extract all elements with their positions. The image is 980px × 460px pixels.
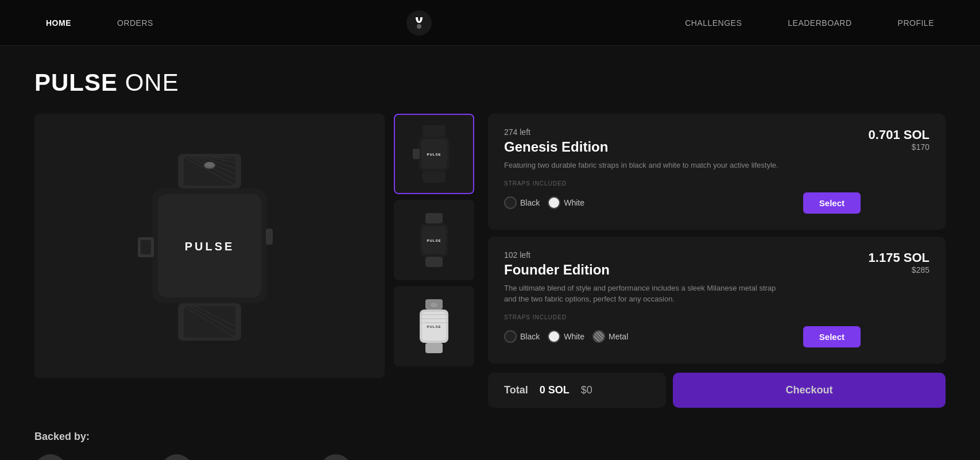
genesis-white-dot [548, 196, 560, 209]
svg-point-1 [417, 24, 421, 29]
founder-price-sol: 1.175 SOL [861, 250, 929, 265]
nav-leaderboard[interactable]: LEADERBOARD [788, 18, 851, 28]
svg-rect-33 [425, 257, 443, 267]
svg-rect-20 [266, 229, 273, 245]
svg-point-42 [431, 303, 437, 307]
backers-row: 🧑‍💼 Tristan Yver Backpack 🧢 Anatoly Yako… [34, 454, 946, 461]
founder-white-label: White [564, 332, 584, 341]
founder-metal-label: Metal [609, 332, 628, 341]
genesis-strap-black: Black [504, 196, 540, 209]
founder-straps-row: Black White Metal [504, 326, 861, 347]
nav-home[interactable]: HOME [46, 18, 71, 28]
genesis-straps-label: STRAPS INCLUDED [504, 180, 861, 187]
founder-white-dot [548, 330, 560, 343]
backer-2: 🧢 Anatoly Yakovenko Founder Solana [161, 454, 285, 461]
genesis-card: 274 left Genesis Edition Featuring two d… [488, 114, 946, 230]
thumb-watch-2: PULSE [402, 208, 466, 272]
svg-point-22 [205, 162, 214, 168]
genesis-stock: 274 left [504, 127, 861, 137]
backer-3-avatar: 🎭 [320, 454, 352, 461]
founder-desc: The ultimate blend of style and performa… [504, 283, 780, 305]
founder-select-button[interactable]: Select [803, 326, 861, 347]
nav-challenges[interactable]: CHALLENGES [685, 18, 742, 28]
thumb-watch-3: PULSE [402, 295, 466, 358]
genesis-select-button[interactable]: Select [803, 192, 861, 214]
nav-profile[interactable]: PROFILE [898, 18, 934, 28]
title-main: PULSE [34, 69, 118, 96]
founder-top: 102 left Founder Edition The ultimate bl… [504, 250, 929, 347]
svg-rect-29 [425, 213, 443, 223]
navigation: HOME ORDERS CHALLENGES LEADERBOARD PROFI… [0, 0, 980, 46]
founder-strap-white: White [548, 330, 584, 343]
backer-2-avatar: 🧢 [161, 454, 193, 461]
genesis-straps: Black White [504, 196, 584, 209]
watch-image-main: PULSE [89, 137, 330, 355]
founder-straps-label: STRAPS INCLUDED [504, 314, 861, 320]
genesis-desc: Featuring two durable fabric straps in b… [504, 160, 780, 171]
svg-text:PULSE: PULSE [427, 153, 441, 156]
svg-text:PULSE: PULSE [427, 239, 441, 242]
svg-rect-14 [141, 240, 151, 254]
founder-name: Founder Edition [504, 262, 861, 278]
backed-section: Backed by: 🧑‍💼 Tristan Yver Backpack 🧢 A… [34, 431, 946, 461]
page-title: PULSE ONE [34, 69, 946, 96]
svg-text:PULSE: PULSE [427, 325, 441, 328]
genesis-top: 274 left Genesis Edition Featuring two d… [504, 127, 929, 214]
thumbnail-1[interactable]: PULSE [394, 114, 474, 194]
genesis-strap-white: White [548, 196, 584, 209]
svg-rect-27 [423, 171, 446, 183]
checkout-button[interactable]: Checkout [673, 373, 946, 408]
svg-rect-28 [413, 149, 420, 159]
genesis-black-dot [504, 196, 517, 209]
main-product-image: PULSE [34, 114, 385, 378]
thumbnail-3[interactable]: PULSE [394, 286, 474, 366]
thumb-watch-1: PULSE [402, 122, 466, 185]
nav-left: HOME ORDERS [46, 18, 153, 28]
genesis-white-label: White [564, 198, 584, 207]
backer-1: 🧑‍💼 Tristan Yver Backpack [34, 454, 126, 461]
founder-info: 102 left Founder Edition The ultimate bl… [504, 250, 861, 347]
checkout-row: Total 0 SOL $0 Checkout [488, 373, 946, 408]
founder-price-usd: $285 [861, 265, 929, 275]
total-usd: $0 [581, 384, 592, 396]
main-grid: PULSE [34, 114, 946, 408]
genesis-info: 274 left Genesis Edition Featuring two d… [504, 127, 861, 214]
page-content: PULSE ONE PULSE [0, 46, 980, 460]
genesis-name: Genesis Edition [504, 139, 861, 155]
founder-metal-dot [592, 330, 605, 343]
total-label: Total [504, 384, 528, 396]
nav-orders[interactable]: ORDERS [117, 18, 153, 28]
founder-strap-black: Black [504, 330, 540, 343]
backed-label: Backed by: [34, 431, 946, 443]
total-sol: 0 SOL [540, 384, 570, 396]
total-box: Total 0 SOL $0 [488, 373, 666, 408]
genesis-straps-row: Black White Select [504, 192, 861, 214]
thumbnail-list: PULSE PULSE [385, 114, 488, 408]
title-sub: ONE [125, 69, 179, 96]
backer-1-avatar: 🧑‍💼 [34, 454, 67, 461]
founder-card: 102 left Founder Edition The ultimate bl… [488, 237, 946, 364]
logo-icon [406, 10, 432, 36]
founder-pricing: 1.175 SOL $285 [861, 250, 929, 275]
genesis-pricing: 0.701 SOL $170 [861, 127, 929, 152]
genesis-black-label: Black [520, 198, 540, 207]
backer-3: 🎭 Santiago Santos SRS Capital [320, 454, 432, 461]
genesis-price-usd: $170 [861, 142, 929, 152]
svg-text:PULSE: PULSE [185, 240, 235, 253]
founder-strap-metal: Metal [592, 330, 628, 343]
genesis-price-sol: 0.701 SOL [861, 127, 929, 142]
svg-rect-38 [425, 343, 443, 353]
nav-right: CHALLENGES LEADERBOARD PROFILE [685, 18, 934, 28]
right-panel: 274 left Genesis Edition Featuring two d… [488, 114, 946, 408]
founder-stock: 102 left [504, 250, 861, 260]
svg-rect-23 [423, 125, 446, 137]
founder-straps: Black White Metal [504, 330, 628, 343]
founder-black-label: Black [520, 332, 540, 341]
founder-black-dot [504, 330, 517, 343]
thumbnail-2[interactable]: PULSE [394, 200, 474, 280]
